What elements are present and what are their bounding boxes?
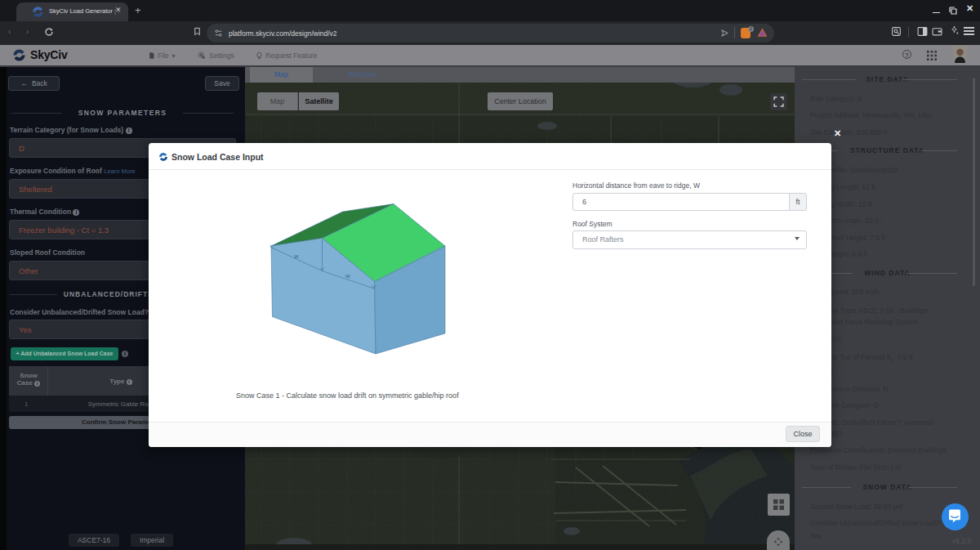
svg-text:Snow Case 1 - Calculate snow l: Snow Case 1 - Calculate snow load drift …	[236, 391, 459, 400]
svg-text:W: W	[345, 274, 350, 279]
svg-text:W: W	[294, 254, 299, 259]
